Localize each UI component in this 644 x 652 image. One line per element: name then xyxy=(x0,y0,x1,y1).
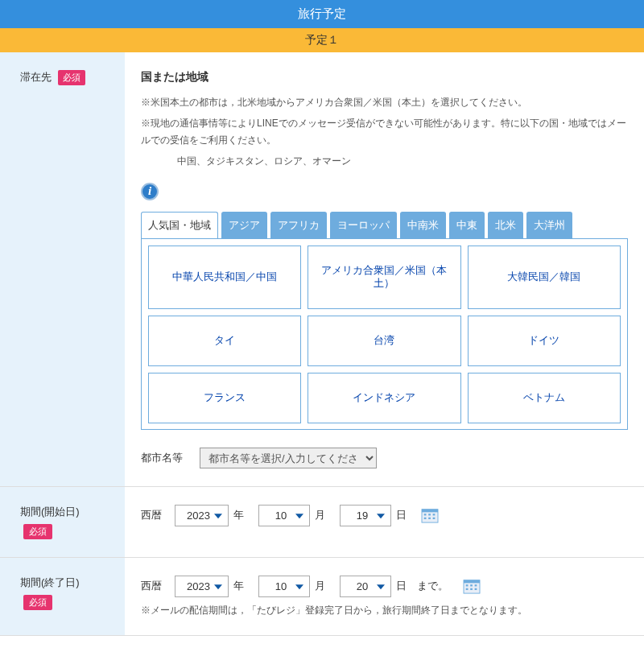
end-date-content: 西暦 2023 年 10 月 20 日 まで。 ※メールの配信期間は，「たびレジ… xyxy=(125,558,644,635)
start-date-content: 西暦 2023 年 10 月 19 日 xyxy=(125,487,644,557)
row-end-date: 期間(終了日) 必須 西暦 2023 年 10 月 20 日 まで。 ※メールの… xyxy=(0,558,644,636)
day-unit: 日 まで。 xyxy=(396,579,448,593)
tab-africa[interactable]: アフリカ xyxy=(270,212,327,238)
country-heading: 国または地域 xyxy=(141,70,628,85)
option-usa[interactable]: アメリカ合衆国／米国（本土） xyxy=(308,246,460,310)
end-date-label: 期間(終了日) xyxy=(20,576,80,588)
country-options-grid: 中華人民共和国／中国 アメリカ合衆国／米国（本土） 大韓民国／韓国 タイ 台湾 … xyxy=(148,246,621,430)
end-date-note: ※メールの配信期間は，「たびレジ」登録完了日から，旅行期間終了日までとなります。 xyxy=(141,604,628,617)
month-unit: 月 xyxy=(315,508,325,522)
year-unit: 年 xyxy=(233,508,244,522)
start-date-row: 西暦 2023 年 10 月 19 日 xyxy=(141,505,628,526)
svg-rect-8 xyxy=(433,518,436,519)
note-line: ※現地の通信事情等によりLINEでのメッセージ受信ができない可能性があります。特… xyxy=(141,115,628,148)
required-badge: 必須 xyxy=(23,595,52,610)
info-icon[interactable]: i xyxy=(141,183,159,200)
svg-rect-3 xyxy=(424,514,427,515)
svg-rect-12 xyxy=(470,584,473,586)
option-korea[interactable]: 大韓民国／韓国 xyxy=(468,246,621,310)
region-tabs: 人気国・地域 アジア アフリカ ヨーロッパ 中南米 中東 北米 大洋州 xyxy=(141,212,628,238)
option-thailand[interactable]: タイ xyxy=(148,316,301,366)
start-year-select[interactable]: 2023 xyxy=(175,505,229,526)
option-china[interactable]: 中華人民共和国／中国 xyxy=(148,246,301,310)
end-year-select[interactable]: 2023 xyxy=(175,576,229,597)
era-label: 西暦 xyxy=(141,508,162,522)
row-start-date: 期間(開始日) 必須 西暦 2023 年 10 月 19 日 xyxy=(0,487,644,558)
svg-rect-13 xyxy=(475,584,477,586)
end-day-select[interactable]: 20 xyxy=(340,576,391,597)
svg-rect-1 xyxy=(422,510,438,513)
row-destination: 滞在先 必須 国または地域 ※米国本土の都市は，北米地域からアメリカ合衆国／米国… xyxy=(0,52,644,487)
page-title: 旅行予定 xyxy=(298,6,346,20)
svg-rect-4 xyxy=(428,514,431,515)
svg-rect-10 xyxy=(464,580,480,584)
city-label: 都市名等 xyxy=(141,451,185,465)
required-badge: 必須 xyxy=(58,70,85,85)
page-title-bar: 旅行予定 xyxy=(0,0,644,28)
start-date-label: 期間(開始日) xyxy=(20,506,80,518)
city-row: 都市名等 都市名等を選択/入力してください xyxy=(141,448,628,468)
destination-label: 滞在先 xyxy=(20,71,52,83)
end-month-select[interactable]: 10 xyxy=(258,576,310,597)
tab-asia[interactable]: アジア xyxy=(221,212,267,238)
svg-rect-15 xyxy=(470,588,473,590)
start-day-select[interactable]: 19 xyxy=(340,505,391,526)
end-date-label-cell: 期間(終了日) 必須 xyxy=(0,558,125,635)
end-date-row: 西暦 2023 年 10 月 20 日 まで。 xyxy=(141,576,628,597)
svg-rect-7 xyxy=(428,518,431,519)
year-unit: 年 xyxy=(233,579,244,593)
day-unit: 日 xyxy=(396,508,407,522)
svg-rect-5 xyxy=(433,514,436,515)
month-unit: 月 xyxy=(315,579,325,593)
destination-label-cell: 滞在先 必須 xyxy=(0,52,125,486)
option-indonesia[interactable]: インドネシア xyxy=(308,373,460,423)
tab-popular[interactable]: 人気国・地域 xyxy=(141,212,218,238)
page-subtitle: 予定１ xyxy=(305,33,339,46)
svg-rect-16 xyxy=(475,588,477,590)
start-date-label-cell: 期間(開始日) 必須 xyxy=(0,487,125,557)
note-countries: 中国、タジキスタン、ロシア、オマーン xyxy=(177,153,628,169)
svg-rect-11 xyxy=(466,584,469,586)
city-select[interactable]: 都市名等を選択/入力してください xyxy=(200,448,377,468)
note-us: ※米国本土の都市は，北米地域からアメリカ合衆国／米国（本土）を選択してください。 xyxy=(141,94,628,110)
tab-middle-east[interactable]: 中東 xyxy=(449,212,485,238)
tab-europe[interactable]: ヨーロッパ xyxy=(330,212,397,238)
country-options-panel[interactable]: 中華人民共和国／中国 アメリカ合衆国／米国（本土） 大韓民国／韓国 タイ 台湾 … xyxy=(141,238,628,430)
option-france[interactable]: フランス xyxy=(148,373,301,423)
required-badge: 必須 xyxy=(23,524,52,539)
option-vietnam[interactable]: ベトナム xyxy=(468,373,621,423)
option-taiwan[interactable]: 台湾 xyxy=(308,316,460,366)
page-subtitle-bar: 予定１ xyxy=(0,28,644,52)
option-germany[interactable]: ドイツ xyxy=(468,316,621,366)
calendar-icon[interactable] xyxy=(421,507,439,523)
era-label: 西暦 xyxy=(141,579,162,593)
start-month-select[interactable]: 10 xyxy=(258,505,310,526)
svg-rect-6 xyxy=(424,518,427,519)
svg-rect-14 xyxy=(466,588,469,590)
tab-north-america[interactable]: 北米 xyxy=(488,212,523,238)
tab-latin-america[interactable]: 中南米 xyxy=(400,212,446,238)
destination-content: 国または地域 ※米国本土の都市は，北米地域からアメリカ合衆国／米国（本土）を選択… xyxy=(125,52,644,486)
calendar-icon[interactable] xyxy=(463,578,481,594)
tab-oceania[interactable]: 大洋州 xyxy=(526,212,572,238)
